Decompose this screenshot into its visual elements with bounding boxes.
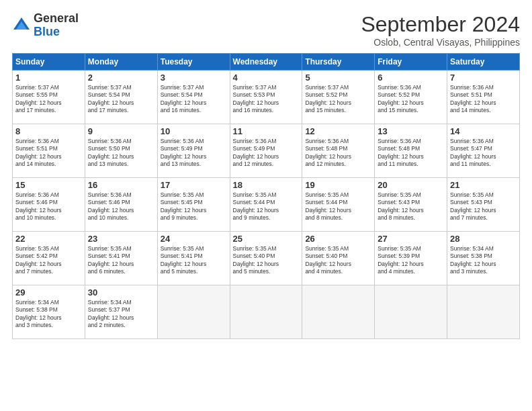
day-info: Sunrise: 5:37 AMSunset: 5:54 PMDaylight:… (161, 84, 227, 115)
day-info: Sunrise: 5:36 AMSunset: 5:48 PMDaylight:… (305, 138, 371, 169)
day-info: Sunrise: 5:36 AMSunset: 5:51 PMDaylight:… (15, 138, 82, 169)
calendar-cell: 15Sunrise: 5:36 AMSunset: 5:46 PMDayligh… (13, 178, 85, 232)
calendar-cell: 22Sunrise: 5:35 AMSunset: 5:42 PMDayligh… (13, 232, 85, 285)
calendar-cell: 24Sunrise: 5:35 AMSunset: 5:41 PMDayligh… (157, 232, 230, 285)
day-info: Sunrise: 5:35 AMSunset: 5:41 PMDaylight:… (161, 245, 227, 276)
calendar-cell: 16Sunrise: 5:36 AMSunset: 5:46 PMDayligh… (85, 178, 157, 232)
calendar-cell: 14Sunrise: 5:36 AMSunset: 5:47 PMDayligh… (447, 124, 520, 178)
calendar-cell (302, 285, 375, 339)
day-number: 13 (378, 126, 444, 136)
calendar-cell: 11Sunrise: 5:36 AMSunset: 5:49 PMDayligh… (230, 124, 302, 178)
day-number: 27 (378, 234, 444, 244)
day-info: Sunrise: 5:36 AMSunset: 5:47 PMDaylight:… (450, 138, 517, 169)
calendar-cell: 26Sunrise: 5:35 AMSunset: 5:40 PMDayligh… (302, 232, 375, 285)
day-info: Sunrise: 5:37 AMSunset: 5:53 PMDaylight:… (233, 84, 300, 115)
calendar-week-5: 29Sunrise: 5:34 AMSunset: 5:38 PMDayligh… (13, 285, 520, 339)
day-number: 20 (378, 180, 444, 190)
day-number: 4 (233, 73, 300, 83)
calendar-cell: 28Sunrise: 5:34 AMSunset: 5:38 PMDayligh… (447, 232, 520, 285)
day-number: 12 (305, 126, 371, 136)
day-info: Sunrise: 5:36 AMSunset: 5:46 PMDaylight:… (15, 191, 82, 222)
day-number: 28 (450, 234, 517, 244)
day-number: 30 (88, 287, 154, 298)
day-info: Sunrise: 5:37 AMSunset: 5:55 PMDaylight:… (15, 84, 82, 115)
day-number: 24 (161, 234, 227, 244)
day-info: Sunrise: 5:36 AMSunset: 5:52 PMDaylight:… (378, 84, 444, 115)
day-info: Sunrise: 5:35 AMSunset: 5:41 PMDaylight:… (88, 245, 154, 276)
weekday-header-thursday: Thursday (302, 54, 375, 71)
logo-text: General Blue (34, 12, 79, 39)
day-info: Sunrise: 5:35 AMSunset: 5:42 PMDaylight:… (15, 245, 82, 276)
day-info: Sunrise: 5:36 AMSunset: 5:48 PMDaylight:… (378, 138, 444, 169)
calendar-cell: 13Sunrise: 5:36 AMSunset: 5:48 PMDayligh… (375, 124, 447, 178)
page: General Blue September 2024 Oslob, Centr… (0, 0, 532, 411)
day-number: 2 (88, 73, 154, 83)
day-number: 17 (161, 180, 227, 190)
day-info: Sunrise: 5:35 AMSunset: 5:44 PMDaylight:… (305, 191, 371, 222)
day-info: Sunrise: 5:36 AMSunset: 5:50 PMDaylight:… (88, 138, 154, 169)
calendar-cell: 27Sunrise: 5:35 AMSunset: 5:39 PMDayligh… (375, 232, 447, 285)
calendar-cell (447, 285, 520, 339)
day-number: 19 (305, 180, 371, 190)
calendar-cell: 19Sunrise: 5:35 AMSunset: 5:44 PMDayligh… (302, 178, 375, 232)
day-number: 22 (15, 234, 82, 244)
calendar-cell: 29Sunrise: 5:34 AMSunset: 5:38 PMDayligh… (13, 285, 85, 339)
day-info: Sunrise: 5:35 AMSunset: 5:44 PMDaylight:… (233, 191, 300, 222)
day-info: Sunrise: 5:35 AMSunset: 5:40 PMDaylight:… (305, 245, 371, 276)
day-info: Sunrise: 5:36 AMSunset: 5:46 PMDaylight:… (88, 191, 154, 222)
day-info: Sunrise: 5:35 AMSunset: 5:45 PMDaylight:… (161, 191, 227, 222)
day-number: 9 (88, 126, 154, 136)
day-number: 25 (233, 234, 300, 244)
day-number: 11 (233, 126, 300, 136)
day-number: 5 (305, 73, 371, 83)
calendar-cell: 4Sunrise: 5:37 AMSunset: 5:53 PMDaylight… (230, 71, 302, 124)
weekday-header-tuesday: Tuesday (157, 54, 230, 71)
day-info: Sunrise: 5:37 AMSunset: 5:54 PMDaylight:… (88, 84, 154, 115)
calendar-cell: 23Sunrise: 5:35 AMSunset: 5:41 PMDayligh… (85, 232, 157, 285)
day-number: 15 (15, 180, 82, 190)
calendar-week-4: 22Sunrise: 5:35 AMSunset: 5:42 PMDayligh… (13, 232, 520, 285)
weekday-header-wednesday: Wednesday (230, 54, 302, 71)
weekday-header-sunday: Sunday (13, 54, 85, 71)
calendar-cell: 25Sunrise: 5:35 AMSunset: 5:40 PMDayligh… (230, 232, 302, 285)
day-number: 29 (15, 287, 82, 298)
day-info: Sunrise: 5:35 AMSunset: 5:40 PMDaylight:… (233, 245, 300, 276)
day-number: 7 (450, 73, 517, 83)
day-number: 21 (450, 180, 517, 190)
calendar-cell: 21Sunrise: 5:35 AMSunset: 5:43 PMDayligh… (447, 178, 520, 232)
day-number: 23 (88, 234, 154, 244)
calendar-cell: 8Sunrise: 5:36 AMSunset: 5:51 PMDaylight… (13, 124, 85, 178)
header: General Blue September 2024 Oslob, Centr… (12, 12, 520, 48)
calendar-cell: 12Sunrise: 5:36 AMSunset: 5:48 PMDayligh… (302, 124, 375, 178)
day-number: 18 (233, 180, 300, 190)
day-number: 8 (15, 126, 82, 136)
calendar-cell: 6Sunrise: 5:36 AMSunset: 5:52 PMDaylight… (375, 71, 447, 124)
day-number: 1 (15, 73, 82, 83)
weekday-header-row: SundayMondayTuesdayWednesdayThursdayFrid… (13, 54, 520, 71)
day-info: Sunrise: 5:36 AMSunset: 5:49 PMDaylight:… (233, 138, 300, 169)
calendar-cell (230, 285, 302, 339)
day-number: 14 (450, 126, 517, 136)
day-info: Sunrise: 5:36 AMSunset: 5:51 PMDaylight:… (450, 84, 517, 115)
calendar-cell (375, 285, 447, 339)
calendar-table: SundayMondayTuesdayWednesdayThursdayFrid… (12, 53, 520, 339)
calendar-cell (157, 285, 230, 339)
logo: General Blue (12, 12, 79, 39)
calendar-week-3: 15Sunrise: 5:36 AMSunset: 5:46 PMDayligh… (13, 178, 520, 232)
weekday-header-monday: Monday (85, 54, 157, 71)
calendar-cell: 20Sunrise: 5:35 AMSunset: 5:43 PMDayligh… (375, 178, 447, 232)
logo-blue: Blue (34, 25, 60, 38)
day-info: Sunrise: 5:37 AMSunset: 5:52 PMDaylight:… (305, 84, 371, 115)
calendar-cell: 18Sunrise: 5:35 AMSunset: 5:44 PMDayligh… (230, 178, 302, 232)
day-info: Sunrise: 5:34 AMSunset: 5:38 PMDaylight:… (450, 245, 517, 276)
calendar-cell: 30Sunrise: 5:34 AMSunset: 5:37 PMDayligh… (85, 285, 157, 339)
day-info: Sunrise: 5:35 AMSunset: 5:43 PMDaylight:… (450, 191, 517, 222)
calendar-cell: 9Sunrise: 5:36 AMSunset: 5:50 PMDaylight… (85, 124, 157, 178)
calendar-cell: 5Sunrise: 5:37 AMSunset: 5:52 PMDaylight… (302, 71, 375, 124)
weekday-header-friday: Friday (375, 54, 447, 71)
day-info: Sunrise: 5:34 AMSunset: 5:37 PMDaylight:… (88, 299, 154, 330)
day-info: Sunrise: 5:35 AMSunset: 5:39 PMDaylight:… (378, 245, 444, 276)
calendar-week-2: 8Sunrise: 5:36 AMSunset: 5:51 PMDaylight… (13, 124, 520, 178)
day-number: 16 (88, 180, 154, 190)
day-number: 6 (378, 73, 444, 83)
